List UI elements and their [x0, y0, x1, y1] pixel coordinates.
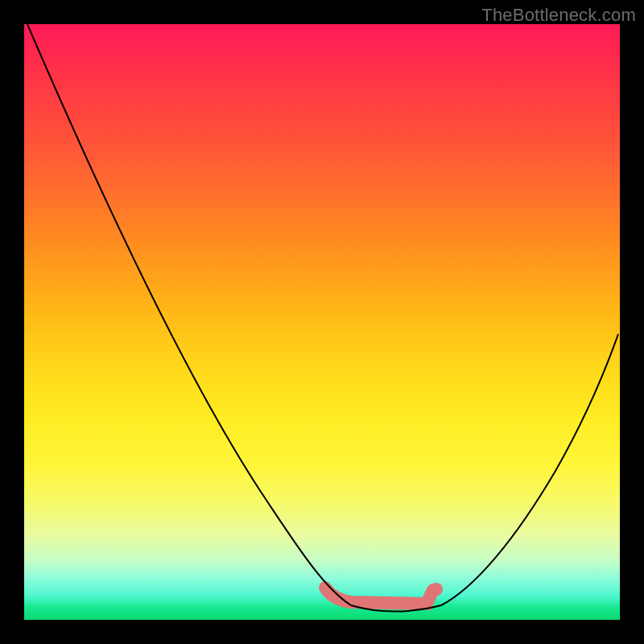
watermark-text: TheBottleneck.com	[481, 5, 636, 26]
optimal-marker-dot	[430, 583, 443, 596]
curve-layer	[24, 24, 620, 620]
bottleneck-curve-right	[441, 334, 618, 605]
plot-area	[24, 24, 620, 620]
chart-frame: TheBottleneck.com	[0, 0, 644, 644]
optimal-marker	[325, 588, 433, 604]
bottleneck-curve-left	[27, 24, 351, 605]
